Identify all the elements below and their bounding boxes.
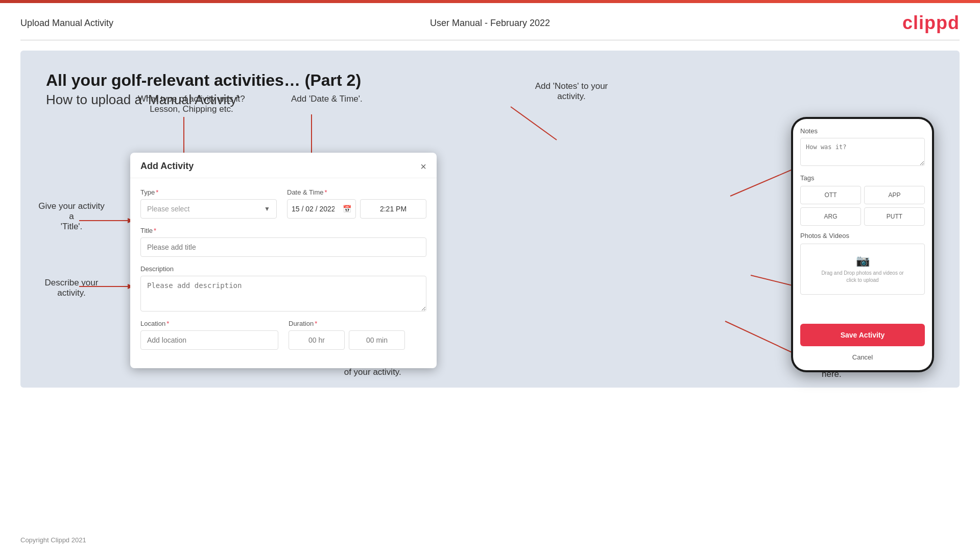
select-arrow-icon: ▼ bbox=[264, 205, 270, 212]
type-placeholder: Please select bbox=[147, 205, 189, 213]
tag-arg[interactable]: ARG bbox=[800, 207, 861, 226]
location-group: Location* bbox=[140, 320, 278, 350]
tags-grid: OTT APP ARG PUTT bbox=[800, 186, 925, 226]
duration-group: Duration* bbox=[289, 320, 426, 350]
photo-upload-text: Drag and Drop photos and videos or click… bbox=[806, 270, 919, 284]
title-input[interactable] bbox=[140, 237, 426, 257]
cancel-button[interactable]: Cancel bbox=[800, 350, 925, 364]
tag-app[interactable]: APP bbox=[864, 186, 925, 204]
save-activity-button[interactable]: Save Activity bbox=[800, 324, 925, 346]
annotation-describe: Describe your activity. bbox=[36, 278, 107, 298]
header-logo: clippd bbox=[902, 12, 960, 34]
form-row-location-duration: Location* Duration* bbox=[140, 320, 426, 350]
modal-close-button[interactable]: × bbox=[420, 161, 426, 172]
modal-body: Type* Please select ▼ Date & Time* 📅 bbox=[130, 178, 437, 368]
photo-icon: 📷 bbox=[806, 254, 919, 268]
title-group: Title* bbox=[140, 227, 426, 257]
header-center: User Manual - February 2022 bbox=[430, 18, 550, 29]
phone-mockup: Notes Tags OTT APP ARG PUTT Photos & Vid… bbox=[791, 117, 934, 372]
header-left: Upload Manual Activity bbox=[20, 18, 113, 29]
modal-header: Add Activity × bbox=[130, 153, 437, 178]
time-input[interactable] bbox=[360, 199, 426, 219]
phone-screen: Notes Tags OTT APP ARG PUTT Photos & Vid… bbox=[793, 119, 932, 370]
annotation-notes: Add 'Notes' to your activity. bbox=[531, 81, 612, 102]
description-group: Description bbox=[140, 265, 426, 312]
title-label: Title* bbox=[140, 227, 426, 234]
description-label: Description bbox=[140, 265, 426, 273]
notes-label: Notes bbox=[800, 127, 925, 135]
type-select[interactable]: Please select ▼ bbox=[140, 199, 277, 219]
duration-inputs bbox=[289, 330, 426, 350]
duration-mins-input[interactable] bbox=[349, 330, 405, 350]
annotation-give-title: Give your activity a 'Title'. bbox=[36, 201, 107, 232]
annotation-what-type: What type of activity was it? Lesson, Ch… bbox=[138, 94, 245, 114]
date-group: Date & Time* 📅 bbox=[287, 188, 426, 219]
location-label: Location* bbox=[140, 320, 278, 327]
header: Upload Manual Activity User Manual - Feb… bbox=[0, 3, 980, 40]
photos-label: Photos & Videos bbox=[800, 232, 925, 239]
location-input[interactable] bbox=[140, 330, 278, 350]
date-input-group[interactable]: 📅 bbox=[287, 199, 356, 219]
modal-title: Add Activity bbox=[140, 161, 194, 172]
svg-line-17 bbox=[725, 321, 802, 357]
phone-footer: Save Activity Cancel bbox=[793, 320, 932, 370]
photo-upload-area[interactable]: 📷 Drag and Drop photos and videos or cli… bbox=[800, 244, 925, 295]
type-label: Type* bbox=[140, 188, 277, 196]
duration-hours-input[interactable] bbox=[289, 330, 345, 350]
tags-label: Tags bbox=[800, 174, 925, 182]
date-input[interactable] bbox=[288, 200, 339, 218]
header-divider bbox=[20, 40, 960, 40]
duration-label: Duration* bbox=[289, 320, 426, 327]
main-content: All your golf-relevant activities… (Part… bbox=[20, 51, 960, 388]
description-input[interactable] bbox=[140, 276, 426, 312]
date-label: Date & Time* bbox=[287, 188, 426, 196]
tag-putt[interactable]: PUTT bbox=[864, 207, 925, 226]
notes-textarea[interactable] bbox=[800, 138, 925, 166]
page-title: All your golf-relevant activities… (Part… bbox=[46, 71, 934, 90]
annotation-add-date: Add 'Date & Time'. bbox=[291, 94, 363, 104]
calendar-icon: 📅 bbox=[339, 200, 355, 218]
footer-copyright: Copyright Clippd 2021 bbox=[20, 536, 86, 544]
add-activity-modal: Add Activity × Type* Please select ▼ Dat bbox=[130, 153, 437, 368]
tag-ott[interactable]: OTT bbox=[800, 186, 861, 204]
type-group: Type* Please select ▼ bbox=[140, 188, 277, 219]
form-row-type-date: Type* Please select ▼ Date & Time* 📅 bbox=[140, 188, 426, 219]
svg-line-14 bbox=[511, 107, 557, 140]
phone-inner: Notes Tags OTT APP ARG PUTT Photos & Vid… bbox=[793, 119, 932, 320]
